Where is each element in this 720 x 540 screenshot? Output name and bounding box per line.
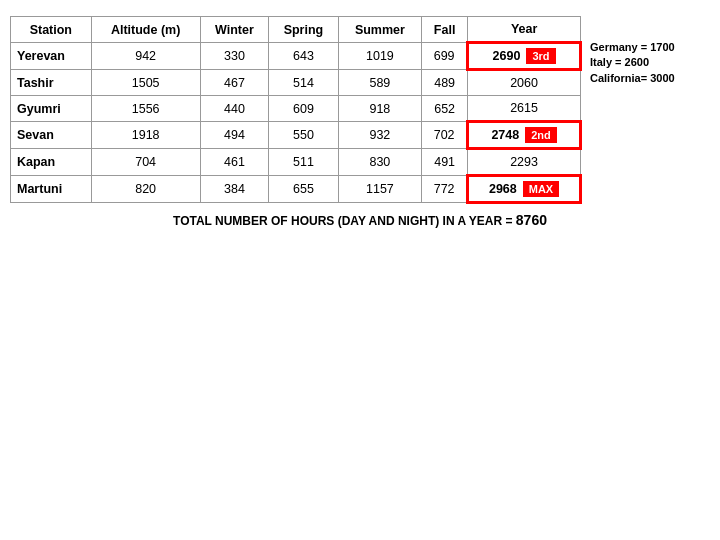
row-badge: 2nd xyxy=(525,127,557,143)
cell-summer: 1157 xyxy=(338,176,421,203)
cell-altitude: 1556 xyxy=(91,96,200,122)
cell-station: Kapan xyxy=(11,149,92,176)
cell-winter: 440 xyxy=(200,96,268,122)
cell-altitude: 1505 xyxy=(91,70,200,96)
table-header-row: Station Altitude (m) Winter Spring Summe… xyxy=(11,17,581,43)
cell-summer: 589 xyxy=(338,70,421,96)
cell-year: 2293 xyxy=(468,149,581,176)
main-layout: Station Altitude (m) Winter Spring Summe… xyxy=(10,16,710,204)
cell-station: Martuni xyxy=(11,176,92,203)
cell-altitude: 942 xyxy=(91,43,200,70)
cell-spring: 550 xyxy=(269,122,339,149)
table-wrapper: Station Altitude (m) Winter Spring Summe… xyxy=(10,16,582,204)
cell-year: 2060 xyxy=(468,70,581,96)
comparison-box: Germany = 1700 Italy = 2600 California= … xyxy=(590,16,710,204)
cell-year: 2615 xyxy=(468,96,581,122)
col-fall: Fall xyxy=(422,17,468,43)
cell-altitude: 820 xyxy=(91,176,200,203)
table-row: Yerevan942330643101969926903rd xyxy=(11,43,581,70)
cell-station: Tashir xyxy=(11,70,92,96)
cell-station: Yerevan xyxy=(11,43,92,70)
table-row: Tashir15054675145894892060 xyxy=(11,70,581,96)
table-container: Station Altitude (m) Winter Spring Summe… xyxy=(10,16,710,204)
cell-station: Sevan xyxy=(11,122,92,149)
comparison-line-3: California= 3000 xyxy=(590,71,710,86)
cell-year: 2968MAX xyxy=(468,176,581,203)
cell-spring: 514 xyxy=(269,70,339,96)
cell-fall: 699 xyxy=(422,43,468,70)
col-winter: Winter xyxy=(200,17,268,43)
cell-year: 26903rd xyxy=(468,43,581,70)
cell-fall: 491 xyxy=(422,149,468,176)
cell-winter: 461 xyxy=(200,149,268,176)
cell-summer: 1019 xyxy=(338,43,421,70)
cell-fall: 489 xyxy=(422,70,468,96)
cell-winter: 330 xyxy=(200,43,268,70)
cell-fall: 652 xyxy=(422,96,468,122)
cell-station: Gyumri xyxy=(11,96,92,122)
col-altitude: Altitude (m) xyxy=(91,17,200,43)
row-badge: 3rd xyxy=(526,48,555,64)
cell-winter: 494 xyxy=(200,122,268,149)
cell-altitude: 704 xyxy=(91,149,200,176)
cell-year: 27482nd xyxy=(468,122,581,149)
cell-winter: 467 xyxy=(200,70,268,96)
comparison-line-2: Italy = 2600 xyxy=(590,55,710,70)
col-year: Year xyxy=(468,17,581,43)
cell-spring: 511 xyxy=(269,149,339,176)
cell-fall: 772 xyxy=(422,176,468,203)
col-spring: Spring xyxy=(269,17,339,43)
row-badge: MAX xyxy=(523,181,559,197)
cell-summer: 932 xyxy=(338,122,421,149)
cell-winter: 384 xyxy=(200,176,268,203)
data-table: Station Altitude (m) Winter Spring Summe… xyxy=(10,16,582,204)
footer-text: TOTAL NUMBER OF HOURS (DAY AND NIGHT) IN… xyxy=(10,212,710,228)
cell-spring: 643 xyxy=(269,43,339,70)
cell-altitude: 1918 xyxy=(91,122,200,149)
col-summer: Summer xyxy=(338,17,421,43)
cell-spring: 655 xyxy=(269,176,339,203)
page: Station Altitude (m) Winter Spring Summe… xyxy=(0,0,720,540)
table-row: Sevan191849455093270227482nd xyxy=(11,122,581,149)
cell-spring: 609 xyxy=(269,96,339,122)
comparison-line-1: Germany = 1700 xyxy=(590,40,710,55)
col-station: Station xyxy=(11,17,92,43)
cell-summer: 830 xyxy=(338,149,421,176)
table-row: Martuni82038465511577722968MAX xyxy=(11,176,581,203)
cell-fall: 702 xyxy=(422,122,468,149)
table-row: Gyumri15564406099186522615 xyxy=(11,96,581,122)
table-row: Kapan7044615118304912293 xyxy=(11,149,581,176)
cell-summer: 918 xyxy=(338,96,421,122)
